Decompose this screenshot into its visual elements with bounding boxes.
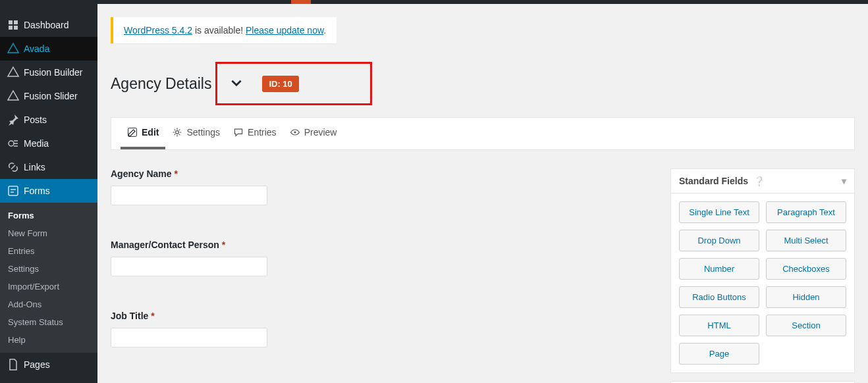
required-indicator: * xyxy=(151,311,154,321)
help-icon[interactable]: ❔ xyxy=(753,176,765,186)
tab-edit[interactable]: Edit xyxy=(121,118,165,149)
notice-period: . xyxy=(323,25,326,36)
form-field-job-title[interactable]: Job Title * xyxy=(111,311,651,347)
svg-point-0 xyxy=(9,141,14,146)
notice-update-link[interactable]: Please update now xyxy=(246,25,323,36)
field-btn-single-line[interactable]: Single Line Text xyxy=(679,201,759,223)
field-btn-section[interactable]: Section xyxy=(766,315,846,336)
sidebar-item-label: Pages xyxy=(24,359,50,370)
tab-settings[interactable]: Settings xyxy=(165,118,227,149)
tab-label: Settings xyxy=(186,127,220,138)
field-btn-radio[interactable]: Radio Buttons xyxy=(679,286,759,308)
field-btn-checkboxes[interactable]: Checkboxes xyxy=(766,258,846,280)
admin-topbar xyxy=(0,0,868,4)
pin-icon xyxy=(7,113,20,126)
tab-entries[interactable]: Entries xyxy=(227,118,283,149)
field-btn-page[interactable]: Page xyxy=(679,343,759,365)
sidebar-item-fusion-slider[interactable]: Fusion Slider xyxy=(0,84,97,108)
sidebar-item-avada[interactable]: Avada xyxy=(0,37,97,61)
comment-icon xyxy=(233,127,244,138)
panel-header-standard[interactable]: Standard Fields ❔ ▾ xyxy=(671,169,854,193)
sidebar-item-label: Links xyxy=(24,162,45,172)
field-btn-dropdown[interactable]: Drop Down xyxy=(679,230,759,251)
sidebar-item-label: Fusion Slider xyxy=(24,91,78,101)
fusion-builder-icon xyxy=(7,66,20,79)
notice-text: is available! xyxy=(192,25,246,36)
sidebar-item-media[interactable]: Media xyxy=(0,132,97,155)
submenu-item-forms[interactable]: Forms xyxy=(0,207,97,224)
heading-annotation-box: ID: 10 xyxy=(215,62,372,105)
update-notice: WordPress 5.4.2 is available! Please upd… xyxy=(111,17,337,43)
field-label: Job Title * xyxy=(111,311,651,321)
sidebar-item-label: Posts xyxy=(24,115,47,125)
sidebar-item-label: Media xyxy=(24,138,49,149)
media-icon xyxy=(7,137,20,150)
tab-preview[interactable]: Preview xyxy=(283,118,344,149)
link-icon xyxy=(7,161,20,174)
submenu-item-entries[interactable]: Entries xyxy=(0,242,97,260)
caret-down-icon: ▾ xyxy=(842,176,846,186)
svg-point-3 xyxy=(176,131,179,134)
main-content: WordPress 5.4.2 is available! Please upd… xyxy=(97,4,868,383)
eye-icon xyxy=(290,127,300,138)
form-fields-column: Agency Name * Manager/Contact Person * J… xyxy=(111,168,651,383)
form-field-manager[interactable]: Manager/Contact Person * xyxy=(111,240,651,276)
edit-icon xyxy=(127,127,138,138)
submenu-item-help[interactable]: Help xyxy=(0,331,97,349)
field-btn-paragraph[interactable]: Paragraph Text xyxy=(766,201,846,223)
avada-icon xyxy=(7,42,20,55)
tab-label: Edit xyxy=(142,127,159,138)
heading-row: Agency Details ID: 10 xyxy=(111,62,855,105)
notice-version-link[interactable]: WordPress 5.4.2 xyxy=(124,25,192,36)
form-editor-area: Agency Name * Manager/Contact Person * J… xyxy=(111,168,855,383)
chevron-down-icon[interactable] xyxy=(229,76,244,92)
svg-rect-1 xyxy=(9,186,18,195)
svg-rect-2 xyxy=(128,128,137,137)
fusion-slider-icon xyxy=(7,89,20,103)
field-label-text: Agency Name xyxy=(111,168,172,179)
page-icon xyxy=(7,358,20,371)
required-indicator: * xyxy=(222,240,225,250)
sidebar-item-forms[interactable]: Forms xyxy=(0,179,97,203)
submenu-item-settings[interactable]: Settings xyxy=(0,260,97,278)
field-input-manager[interactable] xyxy=(111,257,267,276)
form-field-agency-name[interactable]: Agency Name * xyxy=(111,168,651,205)
sidebar-item-label: Dashboard xyxy=(24,20,69,30)
field-label: Manager/Contact Person * xyxy=(111,240,651,250)
submenu-item-add-ons[interactable]: Add-Ons xyxy=(0,295,97,313)
forms-icon xyxy=(7,184,20,197)
sidebar-item-label: Forms xyxy=(24,186,50,196)
panel-title: Standard Fields xyxy=(679,176,748,186)
svg-point-4 xyxy=(294,131,296,133)
field-input-job-title[interactable] xyxy=(111,328,267,347)
field-label: Agency Name * xyxy=(111,168,651,179)
form-id-badge: ID: 10 xyxy=(262,76,298,92)
sidebar-item-dashboard[interactable]: Dashboard xyxy=(0,13,97,37)
field-btn-number[interactable]: Number xyxy=(679,258,759,280)
dashboard-icon xyxy=(7,18,20,32)
field-btn-multiselect[interactable]: Multi Select xyxy=(766,230,846,251)
tab-label: Preview xyxy=(304,127,337,138)
sidebar-item-links[interactable]: Links xyxy=(0,155,97,179)
field-btn-html[interactable]: HTML xyxy=(679,315,759,336)
required-indicator: * xyxy=(174,168,177,179)
submenu-item-import-export[interactable]: Import/Export xyxy=(0,278,97,295)
admin-sidebar: Dashboard Avada Fusion Builder Fusion Sl… xyxy=(0,0,97,383)
sidebar-item-pages[interactable]: Pages xyxy=(0,353,97,376)
sidebar-item-posts[interactable]: Posts xyxy=(0,108,97,132)
tab-bar: Edit Settings Entries Preview xyxy=(111,117,855,150)
sidebar-item-fusion-builder[interactable]: Fusion Builder xyxy=(0,61,97,84)
panel-standard-fields: Standard Fields ❔ ▾ Single Line Text Par… xyxy=(670,168,855,373)
sidebar-submenu: Forms New Form Entries Settings Import/E… xyxy=(0,203,97,353)
sidebar-item-label: Avada xyxy=(24,43,49,54)
field-input-agency-name[interactable] xyxy=(111,186,267,205)
page-title: Agency Details xyxy=(111,75,211,93)
panel-body-standard: Single Line Text Paragraph Text Drop Dow… xyxy=(671,193,854,372)
submenu-item-new-form[interactable]: New Form xyxy=(0,224,97,242)
field-palette: Standard Fields ❔ ▾ Single Line Text Par… xyxy=(670,168,855,383)
sidebar-item-label: Fusion Builder xyxy=(24,67,83,78)
field-btn-hidden[interactable]: Hidden xyxy=(766,286,846,308)
submenu-item-system-status[interactable]: System Status xyxy=(0,313,97,331)
field-label-text: Job Title xyxy=(111,311,148,321)
gear-icon xyxy=(172,127,182,138)
